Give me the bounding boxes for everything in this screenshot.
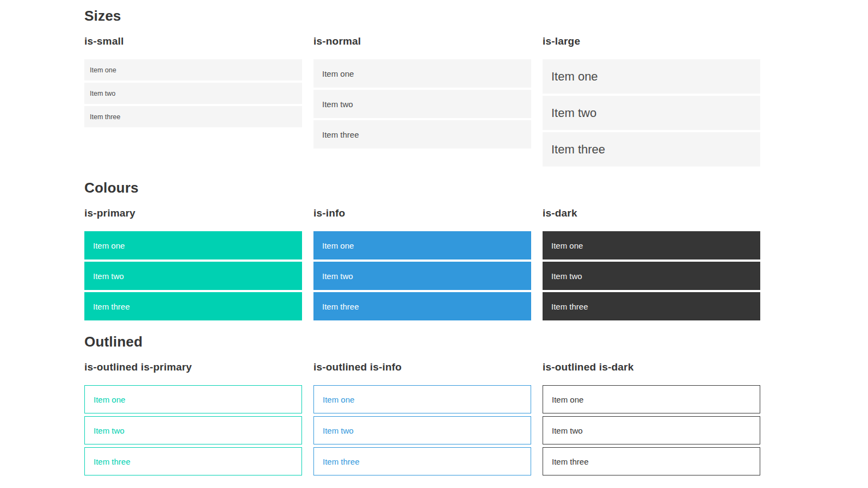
list-item[interactable]: Item three: [84, 292, 302, 320]
list-item[interactable]: Item one: [313, 59, 531, 88]
column-is-primary: is-primary Item one Item two Item three: [84, 207, 302, 320]
column-is-info: is-info Item one Item two Item three: [313, 207, 531, 320]
group-label: is-dark: [543, 207, 760, 219]
list-item[interactable]: Item three: [84, 447, 302, 475]
sizes-columns: is-small Item one Item two Item three is…: [84, 35, 868, 166]
list-item[interactable]: Item three: [84, 106, 302, 127]
list-item[interactable]: Item one: [313, 385, 531, 413]
list-item[interactable]: Item two: [313, 90, 531, 118]
list-item[interactable]: Item two: [84, 83, 302, 104]
list-item[interactable]: Item three: [313, 120, 531, 149]
list-item[interactable]: Item three: [543, 292, 760, 320]
group-label: is-primary: [84, 207, 302, 219]
list-item[interactable]: Item three: [313, 447, 531, 475]
list-item[interactable]: Item one: [84, 231, 302, 260]
list-item[interactable]: Item three: [543, 132, 760, 166]
section-colours: Colours is-primary Item one Item two Ite…: [84, 180, 868, 320]
list-outlined-info: Item one Item two Item three: [313, 385, 531, 475]
group-label: is-normal: [313, 35, 531, 47]
list-item[interactable]: Item two: [313, 416, 531, 444]
list-item[interactable]: Item three: [543, 447, 760, 475]
column-outlined-primary: is-outlined is-primary Item one Item two…: [84, 361, 302, 475]
group-label: is-outlined is-dark: [543, 361, 760, 373]
list-item[interactable]: Item one: [543, 385, 760, 413]
list-outlined-dark: Item one Item two Item three: [543, 385, 760, 475]
group-label: is-large: [543, 35, 760, 47]
group-label: is-small: [84, 35, 302, 47]
list-item[interactable]: Item three: [313, 292, 531, 320]
list-primary: Item one Item two Item three: [84, 231, 302, 320]
section-outlined: Outlined is-outlined is-primary Item one…: [84, 333, 868, 475]
column-is-dark: is-dark Item one Item two Item three: [543, 207, 760, 320]
list-item[interactable]: Item one: [543, 231, 760, 260]
list-large: Item one Item two Item three: [543, 59, 760, 166]
list-item[interactable]: Item two: [84, 262, 302, 290]
group-label: is-outlined is-primary: [84, 361, 302, 373]
colours-columns: is-primary Item one Item two Item three …: [84, 207, 868, 320]
styleguide-page: Sizes is-small Item one Item two Item th…: [0, 0, 868, 488]
outlined-columns: is-outlined is-primary Item one Item two…: [84, 361, 868, 475]
list-item[interactable]: Item two: [543, 416, 760, 444]
list-info: Item one Item two Item three: [313, 231, 531, 320]
group-label: is-info: [313, 207, 531, 219]
list-item[interactable]: Item one: [84, 59, 302, 81]
section-title: Outlined: [84, 333, 868, 350]
list-item[interactable]: Item one: [84, 385, 302, 413]
column-is-normal: is-normal Item one Item two Item three: [313, 35, 531, 149]
section-sizes: Sizes is-small Item one Item two Item th…: [84, 8, 868, 166]
section-title: Colours: [84, 180, 868, 196]
list-small: Item one Item two Item three: [84, 59, 302, 127]
list-item[interactable]: Item two: [313, 262, 531, 290]
list-item[interactable]: Item one: [543, 59, 760, 94]
section-title: Sizes: [84, 8, 868, 24]
list-outlined-primary: Item one Item two Item three: [84, 385, 302, 475]
list-item[interactable]: Item two: [543, 96, 760, 130]
list-item[interactable]: Item one: [313, 231, 531, 260]
column-is-large: is-large Item one Item two Item three: [543, 35, 760, 166]
list-item[interactable]: Item two: [84, 416, 302, 444]
column-is-small: is-small Item one Item two Item three: [84, 35, 302, 127]
column-outlined-dark: is-outlined is-dark Item one Item two It…: [543, 361, 760, 475]
list-normal: Item one Item two Item three: [313, 59, 531, 149]
list-item[interactable]: Item two: [543, 262, 760, 290]
list-dark: Item one Item two Item three: [543, 231, 760, 320]
column-outlined-info: is-outlined is-info Item one Item two It…: [313, 361, 531, 475]
group-label: is-outlined is-info: [313, 361, 531, 373]
